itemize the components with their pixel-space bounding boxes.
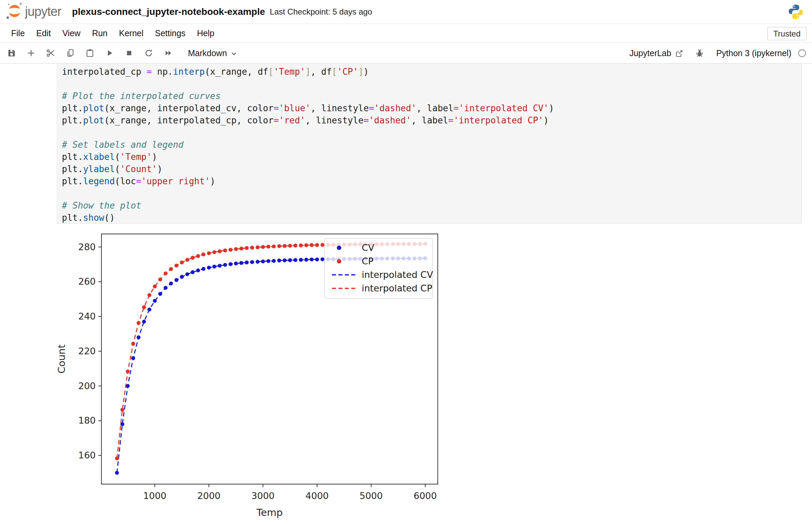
scatter-point-CV: [147, 308, 151, 312]
trusted-button[interactable]: Trusted: [767, 27, 807, 40]
insert-cell-below-button[interactable]: [24, 46, 38, 60]
scatter-point-CP: [288, 244, 292, 248]
x-tick-label: 2000: [197, 491, 221, 501]
toolbar-right: JupyterLab Python 3 (ipykernel): [629, 43, 807, 64]
restart-kernel-button[interactable]: [142, 46, 155, 60]
x-tick-label: 1000: [143, 491, 167, 501]
scatter-point-CP: [223, 248, 227, 252]
jupyterlab-link-label: JupyterLab: [629, 48, 672, 58]
copy-cells-button[interactable]: [64, 46, 77, 60]
chevron-down-icon: [230, 50, 238, 58]
scatter-point-CP: [180, 261, 184, 265]
x-tick-label: 3000: [251, 491, 275, 501]
scatter-point-CV: [320, 257, 325, 261]
x-tick-label: 4000: [305, 491, 329, 501]
y-tick-label: 240: [78, 311, 96, 322]
bug-icon: [695, 49, 704, 58]
scatter-point-CP: [218, 249, 222, 253]
scatter-point-CV: [277, 259, 281, 263]
legend-label: CP: [362, 256, 374, 266]
scatter-point-CP: [304, 243, 308, 247]
open-in-jupyterlab-link[interactable]: JupyterLab: [629, 48, 683, 58]
menu-view[interactable]: View: [62, 28, 81, 38]
scatter-point-CP: [175, 264, 179, 268]
x-tick-label: 5000: [360, 491, 383, 501]
code-cell-input[interactable]: interpolated_cp = np.interp(x_range, df[…: [57, 64, 802, 224]
restart-and-run-all-icon: [164, 48, 173, 58]
kernel-name[interactable]: Python 3 (ipykernel): [716, 48, 791, 58]
code-line: # Set labels and legend: [62, 138, 801, 151]
y-axis-label: Count: [56, 344, 67, 374]
scatter-point-CP: [169, 267, 173, 271]
scatter-point-CP: [196, 254, 200, 258]
scatter-point-CP: [229, 248, 233, 252]
menu-bar: FileEditViewRunKernelSettingsHelp Truste…: [0, 24, 812, 43]
scatter-point-CV: [153, 299, 157, 303]
scatter-point-CV: [294, 258, 298, 262]
jupyter-notebook-app: jupyter plexus-connect_jupyter-notebook-…: [0, 0, 812, 524]
notebook-title[interactable]: plexus-connect_jupyter-notebook-example: [72, 6, 265, 17]
scatter-point-CP: [283, 244, 287, 248]
scatter-point-CP: [164, 272, 168, 276]
menu-run[interactable]: Run: [92, 28, 107, 38]
scatter-point-CP: [142, 305, 146, 309]
scatter-point-CP: [120, 408, 125, 412]
jupyter-logo[interactable]: jupyter: [5, 2, 61, 22]
scatter-point-CV: [261, 259, 265, 263]
insert-cell-below-icon: [27, 48, 36, 58]
restart-and-run-all-button[interactable]: [162, 46, 175, 60]
y-tick-label: 160: [78, 450, 96, 460]
scatter-point-CP: [250, 246, 254, 250]
scatter-point-CP: [310, 243, 314, 247]
paste-cells-button[interactable]: [83, 46, 97, 60]
menu-help[interactable]: Help: [197, 28, 214, 38]
scatter-point-CV: [266, 259, 270, 263]
notebook-toolbar: Markdown JupyterLab Python 3 (ipykernel): [0, 43, 812, 64]
run-cell-button[interactable]: [103, 46, 116, 60]
run-cell-icon: [105, 48, 114, 58]
code-line: [62, 127, 801, 138]
legend-label: CV: [362, 242, 375, 253]
menu-edit[interactable]: Edit: [36, 28, 51, 38]
interrupt-kernel-icon: [125, 48, 134, 58]
save-button[interactable]: [5, 46, 18, 60]
scatter-point-CV: [201, 267, 205, 271]
interrupt-kernel-button[interactable]: [122, 46, 136, 60]
cell-type-value: Markdown: [188, 48, 227, 58]
menu-file[interactable]: File: [11, 28, 25, 38]
debugger-button[interactable]: [695, 49, 704, 58]
scatter-point-CV: [207, 266, 211, 270]
restart-kernel-icon: [144, 48, 153, 58]
scatter-point-CV: [310, 258, 314, 262]
scatter-point-CP: [277, 244, 281, 248]
toolbar-buttons: [5, 46, 181, 60]
y-tick-label: 260: [78, 276, 96, 287]
scatter-point-CP: [136, 321, 140, 325]
scatter-point-CV: [115, 471, 119, 475]
cell-type-dropdown[interactable]: Markdown: [188, 48, 238, 58]
code-line: [62, 187, 801, 199]
cut-cells-button[interactable]: [44, 46, 57, 60]
scatter-point-CP: [158, 278, 162, 282]
y-tick-label: 220: [78, 346, 96, 356]
scatter-point-CV: [239, 261, 244, 265]
legend-marker-icon: [337, 259, 342, 264]
scatter-point-CV: [250, 260, 254, 264]
legend-marker-icon: [337, 246, 342, 250]
python-kernel-logo-icon: [787, 3, 805, 21]
code-line: plt.plot(x_range, interpolated_cp, color…: [62, 114, 801, 127]
scatter-point-CP: [272, 244, 276, 248]
scatter-point-CP: [201, 252, 205, 257]
y-tick-label: 280: [78, 242, 96, 252]
code-editor[interactable]: interpolated_cp = np.interp(x_range, df[…: [57, 64, 801, 224]
menu-kernel[interactable]: Kernel: [119, 28, 143, 38]
jupyter-logo-text: jupyter: [25, 4, 61, 19]
external-link-icon: [675, 49, 683, 58]
scatter-point-CP: [315, 243, 319, 247]
scatter-point-CV: [212, 265, 216, 269]
menu-settings[interactable]: Settings: [155, 28, 185, 38]
kernel-idle-circle-icon: [797, 49, 807, 58]
x-tick-label: 6000: [414, 491, 437, 501]
scatter-point-CV: [229, 262, 233, 266]
scatter-point-CV: [175, 278, 179, 282]
